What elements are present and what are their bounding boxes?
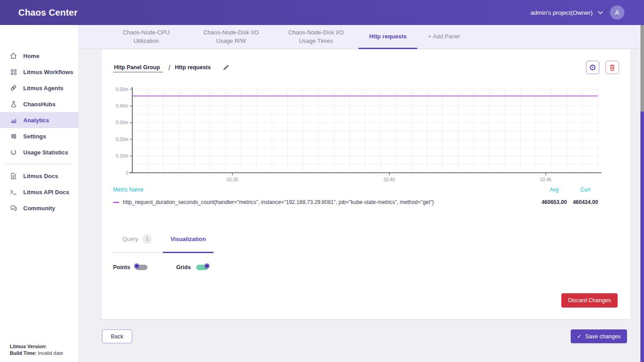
sidebar-item-label: Home — [23, 53, 39, 59]
docs-icon — [10, 172, 17, 179]
svg-text:0.40m: 0.40m — [116, 104, 128, 108]
sidebar-item-analytics[interactable]: Analytics — [0, 112, 78, 128]
tab-chaos-node-disk-io-usage-times[interactable]: Chaos-Node-Disk I/O Usage Times — [274, 25, 358, 49]
sidebar-item-litmus-workflows[interactable]: Litmus Workflows — [0, 64, 78, 80]
chaos-center-app: Chaos Center admin's project(Owner) A Ho… — [0, 0, 644, 362]
sidebar-item-label: Settings — [23, 133, 46, 140]
sidebar-item-label: Community — [23, 205, 55, 212]
panel-tabbar: Chaos-Node-CPU Utilization Chaos-Node-Di… — [79, 25, 644, 49]
legend-series-row: http_request_duration_seconds_count{hand… — [113, 199, 601, 205]
legend-swatch — [113, 202, 119, 203]
visualization-tab-label: Visualization — [170, 236, 206, 242]
subtab-underline — [112, 252, 214, 253]
metric-curr-value: 460434.00 — [570, 199, 601, 205]
svg-text:02:45: 02:45 — [540, 177, 551, 182]
breadcrumb-separator: / — [168, 64, 170, 71]
panel-header: / Http requests ⚙ — [113, 60, 619, 75]
svg-text:0.50m: 0.50m — [116, 87, 128, 92]
edit-pencil-icon[interactable] — [223, 64, 229, 71]
grids-toggle-label: Grids — [176, 264, 191, 270]
sidebar-item-label: Litmus Agents — [23, 85, 63, 92]
trash-icon — [609, 64, 615, 71]
app-header: Chaos Center admin's project(Owner) A — [0, 0, 644, 25]
sidebar-item-chaoshubs[interactable]: ChaosHubs — [0, 96, 78, 112]
avatar[interactable]: A — [610, 5, 624, 20]
curr-column-header: Curr — [570, 187, 601, 193]
tab-chaos-node-disk-io-usage-rw[interactable]: Chaos-Node-Disk I/O Usage R/W — [189, 25, 274, 49]
sidebar-item-label: ChaosHubs — [23, 101, 55, 108]
panel-settings-button[interactable]: ⚙ — [586, 61, 599, 74]
chart-legend: Metric Name Avg Curr http_request_durati… — [113, 187, 601, 205]
query-tab-label: Query — [122, 236, 138, 242]
sidebar-item-label: Litmus Workflows — [23, 69, 73, 75]
gear-icon: ⚙ — [589, 62, 596, 73]
content-area: / Http requests ⚙ 00.10m0.20m0.30m0.40m0… — [79, 49, 644, 362]
panel-name: Http requests — [175, 64, 211, 71]
chaoshubs-icon — [10, 100, 17, 108]
sidebar-item-usage-statistics[interactable]: Usage Statistics — [0, 144, 78, 160]
sidebar-item-litmus-api-docs[interactable]: Litmus API Docs — [0, 184, 78, 200]
sidebar-item-label: Usage Statistics — [23, 149, 68, 156]
query-count-badge: 1 — [142, 234, 152, 244]
avg-column-header: Avg — [539, 187, 570, 193]
sidebar-footer: Litmus Version: Build Time: Invalid date — [10, 343, 63, 357]
usage-statistics-icon — [10, 149, 17, 156]
project-name: admin's project(Owner) — [530, 9, 593, 16]
save-changes-button[interactable]: ✓ Save changes — [571, 329, 627, 343]
panel-delete-button[interactable] — [606, 61, 619, 74]
tab-chaos-node-cpu-utilization[interactable]: Chaos-Node-CPU Utilization — [104, 25, 189, 49]
workflows-icon — [10, 68, 17, 75]
metric-chart-svg: 00.10m0.20m0.30m0.40m0.50m02:3502:4002:4… — [112, 85, 603, 185]
editor-subtabs: Query 1 Visualization — [112, 231, 214, 253]
project-selector[interactable]: admin's project(Owner) — [530, 9, 603, 16]
litmus-version-label: Litmus Version: — [10, 344, 47, 349]
panel-card: / Http requests ⚙ 00.10m0.20m0.30m0.40m0… — [101, 49, 631, 319]
svg-text:0.10m: 0.10m — [116, 154, 128, 158]
sidebar-item-label: Analytics — [23, 117, 49, 124]
community-icon — [10, 204, 17, 212]
svg-text:0.20m: 0.20m — [116, 137, 128, 142]
svg-text:02:35: 02:35 — [227, 177, 238, 182]
app-title: Chaos Center — [18, 8, 77, 18]
sidebar-item-litmus-agents[interactable]: Litmus Agents — [0, 80, 78, 96]
points-toggle-label: Points — [113, 264, 130, 270]
sidebar-item-label: Litmus Docs — [23, 173, 58, 179]
page-scrollbar[interactable] — [640, 25, 644, 362]
svg-text:0: 0 — [126, 171, 128, 175]
api-docs-icon — [10, 188, 17, 196]
metric-name: http_request_duration_seconds_count{hand… — [123, 199, 539, 205]
metric-avg-value: 460653.00 — [539, 199, 570, 205]
sidebar-item-settings[interactable]: Settings — [0, 128, 78, 144]
svg-text:0.30m: 0.30m — [116, 120, 128, 125]
sidebar-item-home[interactable]: Home — [0, 48, 78, 64]
sidebar-item-litmus-docs[interactable]: Litmus Docs — [0, 168, 78, 184]
add-panel-button[interactable]: + Add Panel — [417, 25, 470, 49]
settings-icon — [10, 133, 17, 140]
agents-icon — [10, 84, 17, 92]
sidebar-item-label: Litmus API Docs — [23, 189, 69, 196]
sidebar-item-community[interactable]: Community — [0, 200, 78, 216]
tab-http-requests[interactable]: Http requests — [358, 25, 417, 49]
metric-chart: 00.10m0.20m0.30m0.40m0.50m02:3502:4002:4… — [112, 85, 603, 185]
tab-query[interactable]: Query 1 — [112, 231, 163, 246]
build-time-label: Build Time: — [10, 350, 37, 356]
sidebar-divider — [5, 164, 73, 164]
build-time-value: Invalid date — [38, 350, 63, 356]
home-icon — [10, 52, 17, 59]
points-toggle-knob — [134, 263, 139, 269]
grids-toggle-knob — [204, 263, 210, 269]
tab-visualization[interactable]: Visualization — [163, 231, 214, 246]
grids-toggle[interactable] — [196, 265, 208, 270]
save-changes-label: Save changes — [585, 333, 620, 340]
scrollbar-thumb[interactable] — [640, 112, 644, 362]
visualization-toggles: Points Grids — [113, 264, 208, 270]
discard-changes-button[interactable]: Discard Changes — [561, 293, 618, 308]
sidebar: Home Litmus Workflows Litmus Agents Chao… — [0, 25, 79, 362]
points-toggle[interactable] — [135, 265, 147, 270]
panel-group-name-input[interactable] — [113, 63, 163, 72]
back-button[interactable]: Back — [102, 329, 132, 343]
svg-text:02:40: 02:40 — [384, 177, 395, 182]
chevron-down-icon — [598, 11, 603, 14]
analytics-icon — [10, 117, 17, 124]
legend-header: Metric Name — [113, 187, 143, 193]
